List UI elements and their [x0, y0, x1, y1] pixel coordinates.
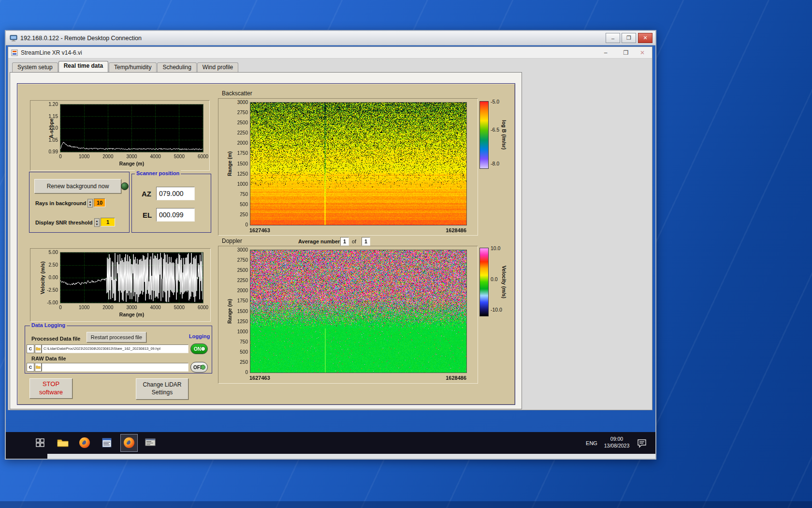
- ascope-graph: A-scope Range (m) 1.201.151.101.050.9901…: [30, 100, 210, 171]
- rdp-window-title: 192.168.0.122 - Remote Desktop Connectio…: [20, 35, 142, 42]
- tab-real-time-data[interactable]: Real time data: [58, 61, 108, 72]
- taskbar-clock[interactable]: 09:00 13/08/2023: [601, 435, 632, 449]
- rays-in-background-label: Rays in background: [35, 200, 86, 206]
- desktop-background: 192.168.0.122 - Remote Desktop Connectio…: [0, 0, 812, 508]
- y-tick-label: 1500: [218, 161, 248, 167]
- processed-browse-folder-icon[interactable]: [35, 344, 42, 353]
- raw-logging-toggle[interactable]: OFF: [190, 362, 208, 373]
- doppler-x-start: 1627463: [249, 375, 270, 381]
- y-tick-label: 2.50: [30, 262, 58, 268]
- az-value-field[interactable]: 079.000: [156, 187, 195, 200]
- y-tick-label: 500: [218, 349, 248, 355]
- data-logging-group: Data Logging Processed Data file Restart…: [25, 326, 212, 374]
- velocity-plot: [60, 253, 203, 303]
- raw-drive-selector[interactable]: C: [27, 363, 34, 372]
- file-explorer-icon[interactable]: [57, 437, 69, 448]
- doppler-plot: [250, 250, 466, 373]
- background-controls-group: Renew background now Rays in background …: [29, 172, 130, 233]
- tab-scheduling[interactable]: Scheduling: [157, 62, 196, 72]
- rdp-maximize-button[interactable]: ❐: [622, 33, 636, 43]
- el-value-field[interactable]: 000.099: [156, 208, 195, 222]
- logging-label: Logging: [189, 333, 210, 339]
- az-label: AZ: [142, 190, 151, 198]
- restart-processed-file-button[interactable]: Restart processed file: [87, 332, 146, 343]
- y-tick-label: 2000: [218, 288, 248, 294]
- backscatter-canvas: [250, 103, 466, 225]
- change-button-line2: Settings: [152, 389, 173, 396]
- velocity-graph: Velocity (m/s) Range (m) 5.002.500.00-2.…: [30, 248, 211, 322]
- y-tick-label: 2500: [218, 268, 248, 273]
- rdp-close-button[interactable]: ✕: [638, 33, 652, 43]
- backscatter-plot: [250, 103, 466, 225]
- y-tick-label: 2250: [218, 130, 248, 136]
- remote-taskbar: ENG 09:00 13/08/2023: [6, 432, 655, 454]
- tab-system-setup[interactable]: System setup: [12, 62, 58, 72]
- app-window: StreamLine XR v14-6.vi – ❐ ✕ System setu…: [8, 46, 652, 410]
- snr-value-field[interactable]: 1: [101, 218, 115, 226]
- app-restore-button[interactable]: ❐: [619, 47, 633, 58]
- velocity-xlabel: Range (m): [60, 312, 203, 317]
- rays-spinner[interactable]: [87, 199, 93, 208]
- stop-button-line1: STOP: [43, 380, 59, 388]
- y-tick-label: 250: [218, 212, 248, 218]
- velocity-canvas: [60, 253, 203, 303]
- firefox-active-icon[interactable]: [123, 437, 135, 448]
- x-tick-label: 0: [52, 154, 69, 160]
- stop-software-button[interactable]: STOP software: [29, 378, 72, 399]
- x-tick-label: 2000: [99, 154, 116, 160]
- x-tick-label: 6000: [194, 305, 212, 311]
- taskbar-date: 13/08/2023: [601, 442, 632, 449]
- x-tick-label: 6000: [194, 154, 212, 160]
- app-close-button[interactable]: ✕: [636, 47, 649, 58]
- raw-browse-folder-icon[interactable]: [35, 363, 42, 372]
- doppler-title: Doppler: [222, 238, 242, 244]
- firefox-icon[interactable]: [79, 437, 90, 448]
- task-view-icon[interactable]: [35, 437, 45, 448]
- language-indicator[interactable]: ENG: [584, 436, 599, 450]
- y-tick-label: 3000: [218, 100, 248, 105]
- raw-data-file-path[interactable]: [42, 363, 188, 372]
- app-minimize-button[interactable]: –: [599, 47, 612, 58]
- processed-drive-selector[interactable]: C: [27, 344, 34, 353]
- rdp-titlebar: 192.168.0.122 - Remote Desktop Connectio…: [6, 31, 655, 45]
- text-editor-icon[interactable]: [102, 437, 112, 448]
- y-tick-label: 0: [218, 370, 248, 375]
- y-tick-label: 750: [218, 339, 248, 345]
- snr-spinner[interactable]: [94, 218, 100, 227]
- renew-background-button[interactable]: Renew background now: [34, 179, 121, 194]
- rdp-bottom-edge: [47, 454, 655, 459]
- lv-panel: A-scope Range (m) 1.201.151.101.050.9901…: [17, 83, 515, 405]
- processed-logging-toggle[interactable]: ON: [190, 344, 208, 354]
- tab-page-real-time-data: A-scope Range (m) 1.201.151.101.050.9901…: [10, 72, 522, 409]
- raw-toggle-knob: [201, 365, 205, 370]
- average-number-field[interactable]: 1: [340, 237, 349, 246]
- y-tick-label: 500: [218, 202, 248, 208]
- doppler-cb-label: Velocity (m/s): [501, 248, 508, 316]
- notification-center-icon[interactable]: [637, 438, 647, 448]
- x-tick-label: 1000: [75, 305, 93, 311]
- doppler-x-end: 1628486: [430, 375, 466, 381]
- backscatter-colorbar: [479, 101, 489, 169]
- scanner-position-group: Scanner position AZ 079.000 EL 000.099: [131, 174, 211, 233]
- scanner-position-title: Scanner position: [135, 170, 181, 176]
- tab-wind-profile[interactable]: Wind profile: [197, 62, 238, 72]
- rdp-minimize-button[interactable]: –: [606, 33, 620, 43]
- average-total-field[interactable]: 1: [362, 237, 370, 246]
- x-tick-label: 5000: [171, 305, 188, 311]
- y-tick-label: 0: [218, 222, 248, 228]
- backscatter-graph: Range (m) 1627463 1628486 30002750250022…: [218, 98, 478, 236]
- processed-data-file-path[interactable]: C:\Lidar\Data\Proc\2023\202308\20230813\…: [42, 344, 188, 353]
- x-tick-label: 4000: [147, 154, 164, 160]
- tab-strip: System setup Real time data Temp/humidit…: [12, 61, 239, 72]
- y-tick-label: 1.15: [30, 114, 58, 120]
- change-lidar-settings-button[interactable]: Change LiDAR Settings: [136, 378, 188, 400]
- scan-scheduler-icon[interactable]: [145, 438, 156, 448]
- doppler-canvas: [250, 250, 466, 373]
- app-titlebar: StreamLine XR v14-6.vi: [8, 47, 652, 59]
- tab-temp-humidity[interactable]: Temp/humidity: [109, 62, 157, 72]
- rdp-window: 192.168.0.122 - Remote Desktop Connectio…: [5, 30, 656, 460]
- renew-background-led: [121, 182, 129, 190]
- rays-value-field[interactable]: 10: [94, 198, 105, 207]
- y-tick-label: 2750: [218, 110, 248, 116]
- y-tick-label: 5.00: [30, 250, 58, 255]
